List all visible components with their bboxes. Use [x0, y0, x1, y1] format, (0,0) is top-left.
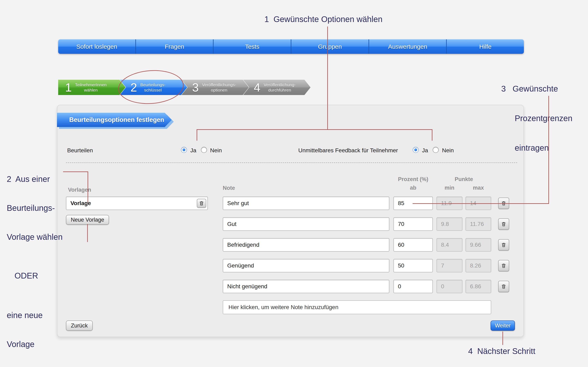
highlight-ellipse — [117, 68, 185, 106]
annotation-2-line: eine neue — [7, 310, 63, 320]
step-label: Veröffentlichung-durchführen — [264, 82, 296, 92]
trash-icon — [501, 284, 507, 289]
max-input — [466, 280, 491, 293]
trash-icon — [501, 263, 507, 268]
max-input — [466, 217, 491, 231]
nav-tab-label: Fragen — [165, 43, 184, 50]
add-note-row[interactable]: Hier klicken, um weitere Note hinzuzufüg… — [223, 300, 491, 314]
annotation-line — [502, 332, 503, 345]
nav-tab-sofort-loslegen[interactable]: Sofort loslegen — [58, 39, 135, 54]
min-input — [437, 280, 462, 293]
trash-icon — [501, 242, 507, 248]
prozent-input[interactable] — [393, 280, 433, 293]
annotation-4-text: 4 Nächster Schritt — [468, 347, 535, 356]
prozent-input[interactable] — [393, 217, 433, 231]
nav-tab-gruppen[interactable]: Gruppen — [291, 39, 369, 54]
annotation-line — [413, 203, 549, 204]
step-label: TeilnehmerInnenwählen — [75, 82, 107, 92]
annotation-1-text: 1 Gewünschte Optionen wählen — [264, 15, 382, 24]
step-number: 1 — [65, 81, 72, 94]
delete-row-button[interactable] — [498, 218, 509, 230]
nav-tab-label: Tests — [245, 43, 259, 50]
annotation-line — [87, 171, 88, 202]
nav-bar: Sofort loslegenFragenTestsGruppenAuswert… — [58, 39, 524, 54]
step-wizard: 1TeilnehmerInnenwählen2Beurteilungs-schl… — [58, 80, 315, 95]
weiter-button[interactable]: Weiter — [491, 320, 515, 331]
annotation-2-line: Vorlage wählen — [7, 232, 63, 242]
wizard-step-1[interactable]: 1TeilnehmerInnenwählen — [58, 80, 126, 95]
annotation-line — [432, 129, 432, 141]
annotation-3-line: 3 Gewünschte — [501, 83, 572, 94]
annotation-line — [197, 129, 432, 130]
max-input — [466, 238, 491, 252]
trash-icon — [501, 221, 507, 227]
nav-tab-tests[interactable]: Tests — [213, 39, 291, 54]
max-input — [466, 259, 491, 272]
annotation-2-line: Vorlage — [7, 339, 63, 350]
main-panel: Beurteilungsoptionen festlegen Beurteile… — [57, 105, 524, 337]
annotation-line — [548, 96, 549, 204]
nav-tab-auswertungen[interactable]: Auswertungen — [369, 39, 446, 54]
annotation-2-oder: ODER — [15, 270, 63, 281]
delete-row-button[interactable] — [498, 239, 509, 250]
annotation-line — [197, 129, 197, 141]
step-number: 3 — [192, 81, 199, 94]
nav-tab-hilfe[interactable]: Hilfe — [446, 39, 524, 54]
zurueck-button[interactable]: Zurück — [66, 320, 93, 331]
annotation-3-text: 3 Gewünschte Prozentgrenzen eintragen — [501, 65, 572, 163]
min-input — [437, 238, 462, 252]
note-input[interactable] — [223, 280, 389, 293]
delete-row-button[interactable] — [498, 281, 509, 292]
nav-tab-label: Hilfe — [479, 43, 492, 50]
step-label: Veröffentlichungs-optionen — [202, 82, 236, 92]
nav-tab-label: Sofort loslegen — [76, 43, 117, 50]
annotation-2-text: 2 Aus einer Beurteilungs- Vorlage wählen… — [7, 155, 63, 367]
delete-row-button[interactable] — [498, 260, 509, 271]
prozent-input[interactable] — [393, 259, 433, 272]
min-input — [437, 217, 462, 231]
annotation-2-line: 2 Aus einer — [7, 174, 63, 184]
annotation-line — [87, 224, 88, 242]
annotation-3-line: Prozentgrenzen — [501, 113, 572, 124]
grade-row — [57, 259, 523, 272]
nav-tab-fragen[interactable]: Fragen — [135, 39, 213, 54]
min-input — [437, 259, 462, 272]
prozent-input[interactable] — [393, 238, 433, 252]
note-input[interactable] — [223, 217, 389, 231]
annotation-3-line: eintragen — [501, 142, 572, 154]
note-input[interactable] — [223, 259, 389, 272]
nav-tab-label: Gruppen — [318, 43, 342, 50]
nav-tab-label: Auswertungen — [388, 43, 427, 50]
step-number: 4 — [254, 81, 260, 94]
wizard-step-3[interactable]: 3Veröffentlichungs-optionen — [182, 80, 249, 95]
note-input[interactable] — [223, 197, 389, 210]
annotation-line — [63, 171, 88, 172]
annotation-line — [327, 26, 328, 129]
grade-row — [57, 217, 523, 231]
note-input[interactable] — [223, 238, 389, 252]
grade-row — [57, 238, 523, 252]
annotation-2-line: Beurteilungs- — [7, 203, 63, 213]
grade-row — [57, 280, 523, 293]
wizard-step-4[interactable]: 4Veröffentlichung-durchführen — [243, 80, 311, 95]
